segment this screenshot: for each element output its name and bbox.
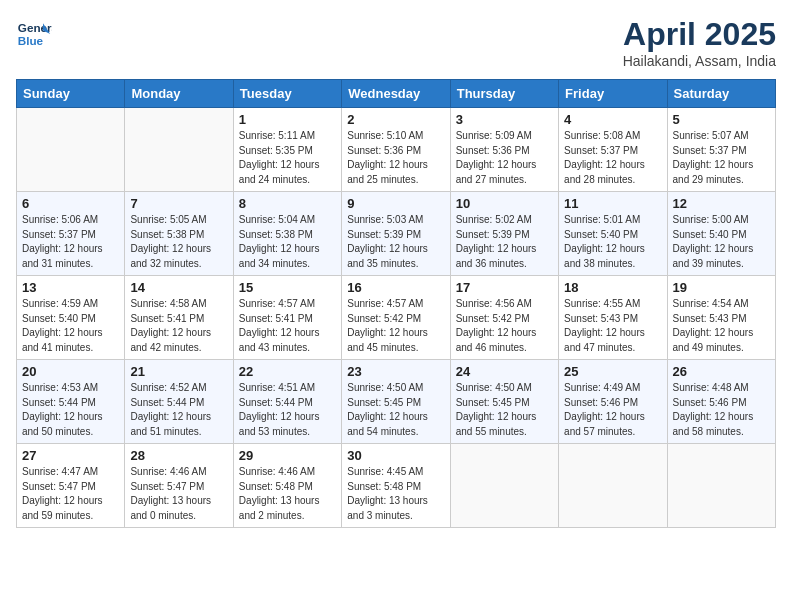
day-number: 24: [456, 364, 553, 379]
page-header: General Blue April 2025 Hailakandi, Assa…: [16, 16, 776, 69]
day-number: 23: [347, 364, 444, 379]
calendar-cell: 13Sunrise: 4:59 AM Sunset: 5:40 PM Dayli…: [17, 276, 125, 360]
day-info: Sunrise: 4:57 AM Sunset: 5:42 PM Dayligh…: [347, 297, 444, 355]
day-number: 8: [239, 196, 336, 211]
svg-text:Blue: Blue: [18, 34, 44, 47]
day-number: 11: [564, 196, 661, 211]
calendar-cell: 10Sunrise: 5:02 AM Sunset: 5:39 PM Dayli…: [450, 192, 558, 276]
calendar-cell: 14Sunrise: 4:58 AM Sunset: 5:41 PM Dayli…: [125, 276, 233, 360]
calendar-cell: 1Sunrise: 5:11 AM Sunset: 5:35 PM Daylig…: [233, 108, 341, 192]
day-info: Sunrise: 5:06 AM Sunset: 5:37 PM Dayligh…: [22, 213, 119, 271]
calendar-cell: 22Sunrise: 4:51 AM Sunset: 5:44 PM Dayli…: [233, 360, 341, 444]
calendar-cell: 21Sunrise: 4:52 AM Sunset: 5:44 PM Dayli…: [125, 360, 233, 444]
day-number: 5: [673, 112, 770, 127]
day-info: Sunrise: 5:10 AM Sunset: 5:36 PM Dayligh…: [347, 129, 444, 187]
calendar-cell: 9Sunrise: 5:03 AM Sunset: 5:39 PM Daylig…: [342, 192, 450, 276]
calendar-cell: 12Sunrise: 5:00 AM Sunset: 5:40 PM Dayli…: [667, 192, 775, 276]
day-info: Sunrise: 4:54 AM Sunset: 5:43 PM Dayligh…: [673, 297, 770, 355]
calendar-cell: 2Sunrise: 5:10 AM Sunset: 5:36 PM Daylig…: [342, 108, 450, 192]
column-header-saturday: Saturday: [667, 80, 775, 108]
day-number: 7: [130, 196, 227, 211]
day-info: Sunrise: 5:05 AM Sunset: 5:38 PM Dayligh…: [130, 213, 227, 271]
location-title: Hailakandi, Assam, India: [623, 53, 776, 69]
calendar-cell: 16Sunrise: 4:57 AM Sunset: 5:42 PM Dayli…: [342, 276, 450, 360]
day-info: Sunrise: 5:00 AM Sunset: 5:40 PM Dayligh…: [673, 213, 770, 271]
calendar-cell: [17, 108, 125, 192]
day-number: 6: [22, 196, 119, 211]
calendar-cell: [450, 444, 558, 528]
day-info: Sunrise: 4:55 AM Sunset: 5:43 PM Dayligh…: [564, 297, 661, 355]
day-info: Sunrise: 4:51 AM Sunset: 5:44 PM Dayligh…: [239, 381, 336, 439]
calendar-cell: 4Sunrise: 5:08 AM Sunset: 5:37 PM Daylig…: [559, 108, 667, 192]
day-info: Sunrise: 4:48 AM Sunset: 5:46 PM Dayligh…: [673, 381, 770, 439]
title-area: April 2025 Hailakandi, Assam, India: [623, 16, 776, 69]
calendar-cell: 26Sunrise: 4:48 AM Sunset: 5:46 PM Dayli…: [667, 360, 775, 444]
day-info: Sunrise: 4:46 AM Sunset: 5:48 PM Dayligh…: [239, 465, 336, 523]
day-number: 29: [239, 448, 336, 463]
logo: General Blue: [16, 16, 52, 52]
day-number: 10: [456, 196, 553, 211]
calendar-cell: 5Sunrise: 5:07 AM Sunset: 5:37 PM Daylig…: [667, 108, 775, 192]
day-number: 1: [239, 112, 336, 127]
day-info: Sunrise: 4:59 AM Sunset: 5:40 PM Dayligh…: [22, 297, 119, 355]
calendar-week-row: 27Sunrise: 4:47 AM Sunset: 5:47 PM Dayli…: [17, 444, 776, 528]
calendar-cell: 17Sunrise: 4:56 AM Sunset: 5:42 PM Dayli…: [450, 276, 558, 360]
day-info: Sunrise: 4:52 AM Sunset: 5:44 PM Dayligh…: [130, 381, 227, 439]
day-info: Sunrise: 5:09 AM Sunset: 5:36 PM Dayligh…: [456, 129, 553, 187]
calendar-cell: 30Sunrise: 4:45 AM Sunset: 5:48 PM Dayli…: [342, 444, 450, 528]
calendar-cell: 18Sunrise: 4:55 AM Sunset: 5:43 PM Dayli…: [559, 276, 667, 360]
column-header-wednesday: Wednesday: [342, 80, 450, 108]
day-info: Sunrise: 4:49 AM Sunset: 5:46 PM Dayligh…: [564, 381, 661, 439]
day-number: 3: [456, 112, 553, 127]
day-info: Sunrise: 4:50 AM Sunset: 5:45 PM Dayligh…: [347, 381, 444, 439]
day-info: Sunrise: 5:08 AM Sunset: 5:37 PM Dayligh…: [564, 129, 661, 187]
column-header-tuesday: Tuesday: [233, 80, 341, 108]
calendar-cell: 8Sunrise: 5:04 AM Sunset: 5:38 PM Daylig…: [233, 192, 341, 276]
day-number: 19: [673, 280, 770, 295]
calendar-cell: 29Sunrise: 4:46 AM Sunset: 5:48 PM Dayli…: [233, 444, 341, 528]
day-number: 26: [673, 364, 770, 379]
calendar-cell: 27Sunrise: 4:47 AM Sunset: 5:47 PM Dayli…: [17, 444, 125, 528]
day-number: 2: [347, 112, 444, 127]
calendar-table: SundayMondayTuesdayWednesdayThursdayFrid…: [16, 79, 776, 528]
day-number: 28: [130, 448, 227, 463]
calendar-cell: 28Sunrise: 4:46 AM Sunset: 5:47 PM Dayli…: [125, 444, 233, 528]
day-info: Sunrise: 5:11 AM Sunset: 5:35 PM Dayligh…: [239, 129, 336, 187]
calendar-week-row: 6Sunrise: 5:06 AM Sunset: 5:37 PM Daylig…: [17, 192, 776, 276]
calendar-cell: 25Sunrise: 4:49 AM Sunset: 5:46 PM Dayli…: [559, 360, 667, 444]
calendar-header-row: SundayMondayTuesdayWednesdayThursdayFrid…: [17, 80, 776, 108]
logo-icon: General Blue: [16, 16, 52, 52]
day-number: 16: [347, 280, 444, 295]
day-info: Sunrise: 4:45 AM Sunset: 5:48 PM Dayligh…: [347, 465, 444, 523]
calendar-cell: [667, 444, 775, 528]
calendar-cell: 19Sunrise: 4:54 AM Sunset: 5:43 PM Dayli…: [667, 276, 775, 360]
calendar-cell: 20Sunrise: 4:53 AM Sunset: 5:44 PM Dayli…: [17, 360, 125, 444]
day-number: 17: [456, 280, 553, 295]
calendar-cell: 15Sunrise: 4:57 AM Sunset: 5:41 PM Dayli…: [233, 276, 341, 360]
calendar-week-row: 20Sunrise: 4:53 AM Sunset: 5:44 PM Dayli…: [17, 360, 776, 444]
calendar-week-row: 1Sunrise: 5:11 AM Sunset: 5:35 PM Daylig…: [17, 108, 776, 192]
day-number: 12: [673, 196, 770, 211]
day-info: Sunrise: 5:04 AM Sunset: 5:38 PM Dayligh…: [239, 213, 336, 271]
day-number: 21: [130, 364, 227, 379]
day-info: Sunrise: 5:02 AM Sunset: 5:39 PM Dayligh…: [456, 213, 553, 271]
calendar-cell: 11Sunrise: 5:01 AM Sunset: 5:40 PM Dayli…: [559, 192, 667, 276]
day-number: 27: [22, 448, 119, 463]
calendar-cell: 24Sunrise: 4:50 AM Sunset: 5:45 PM Dayli…: [450, 360, 558, 444]
day-info: Sunrise: 4:46 AM Sunset: 5:47 PM Dayligh…: [130, 465, 227, 523]
day-info: Sunrise: 5:03 AM Sunset: 5:39 PM Dayligh…: [347, 213, 444, 271]
day-info: Sunrise: 4:58 AM Sunset: 5:41 PM Dayligh…: [130, 297, 227, 355]
day-info: Sunrise: 4:57 AM Sunset: 5:41 PM Dayligh…: [239, 297, 336, 355]
day-info: Sunrise: 4:47 AM Sunset: 5:47 PM Dayligh…: [22, 465, 119, 523]
calendar-cell: 3Sunrise: 5:09 AM Sunset: 5:36 PM Daylig…: [450, 108, 558, 192]
day-info: Sunrise: 4:53 AM Sunset: 5:44 PM Dayligh…: [22, 381, 119, 439]
calendar-cell: [125, 108, 233, 192]
column-header-friday: Friday: [559, 80, 667, 108]
calendar-week-row: 13Sunrise: 4:59 AM Sunset: 5:40 PM Dayli…: [17, 276, 776, 360]
day-number: 30: [347, 448, 444, 463]
day-number: 20: [22, 364, 119, 379]
day-info: Sunrise: 4:56 AM Sunset: 5:42 PM Dayligh…: [456, 297, 553, 355]
day-number: 13: [22, 280, 119, 295]
day-number: 25: [564, 364, 661, 379]
day-info: Sunrise: 5:01 AM Sunset: 5:40 PM Dayligh…: [564, 213, 661, 271]
